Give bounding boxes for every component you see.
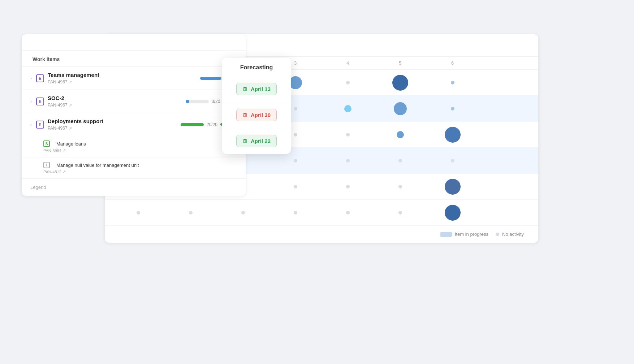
dot-4-7 (451, 159, 454, 162)
dot-4-4 (294, 159, 297, 162)
external-link-icon-loans: ↗ (62, 148, 66, 153)
work-items-label: Work items (22, 51, 246, 66)
col-header-5: 5 (374, 57, 426, 69)
progress-bar-teams (200, 77, 223, 80)
cell-1-5 (322, 81, 374, 84)
dot-6-1 (137, 211, 140, 214)
forecast-item-april-22: 🗓 April 22 (222, 128, 291, 154)
dot-1-6 (392, 75, 408, 91)
cell-5-7 (426, 179, 479, 195)
item-ref-teams: PAN-4967 (48, 79, 67, 84)
forecast-date-label-april-13: April 13 (251, 86, 271, 92)
dot-3-4 (294, 133, 297, 136)
dot-1-7 (451, 81, 454, 84)
item-type-badge-story: S (43, 140, 50, 147)
col-header-empty (479, 57, 531, 69)
progress-fill-soc2 (186, 100, 189, 103)
cell-3-5 (322, 133, 374, 136)
cell-6-6 (374, 211, 426, 214)
dot-6-6 (398, 211, 402, 214)
progress-bar-deployments (181, 123, 204, 126)
forecast-date-btn-april-22[interactable]: 🗓 April 22 (236, 135, 277, 147)
dot-3-5 (346, 133, 350, 136)
item-subtitle-soc2: PAN-4967 ↗ (48, 103, 186, 108)
dot-1-5 (346, 81, 350, 84)
dot-2-5 (344, 105, 351, 112)
cell-6-4 (269, 211, 322, 214)
sub-item-id-loans: PAN-5964 ↗ (43, 148, 237, 153)
work-item-teams-management[interactable]: › E Teams management PAN-4967 ↗ 18/20 (22, 66, 246, 90)
chevron-right-icon: › (30, 76, 32, 81)
legend-dot-no-activity (496, 233, 499, 236)
work-items-panel: Work items › E Teams management PAN-4967… (22, 34, 246, 196)
forecast-date-btn-april-13[interactable]: 🗓 April 13 (236, 83, 277, 95)
progress-fill-teams (200, 77, 221, 80)
work-item-deployments[interactable]: › E Deployments support PAN-4967 ↗ 20/20 (22, 113, 246, 136)
dot-3-6 (397, 131, 404, 138)
cell-5-6 (374, 185, 426, 188)
legend-text: Legend (30, 185, 46, 190)
cell-2-5 (322, 105, 374, 112)
work-item-soc2[interactable]: › E SOC-2 PAN-4967 ↗ 3/20 idle (22, 90, 246, 113)
dot-2-7 (451, 107, 454, 110)
sub-item-id-null: PAN-4812 ↗ (43, 169, 237, 174)
legend-label-no-activity: No activity (502, 231, 524, 237)
cell-6-5 (322, 211, 374, 214)
cell-4-4 (269, 159, 322, 162)
external-link-icon-deploy: ↗ (69, 126, 72, 131)
timeline-legend: Item in progress No activity (105, 226, 538, 243)
item-title-row-deployments: Deployments support (48, 118, 181, 124)
sub-item-title-row-null: i Manage null value for management unit (43, 162, 237, 168)
item-type-badge-epic-2: E (36, 98, 44, 105)
dot-6-5 (346, 211, 350, 214)
external-link-icon-teams: ↗ (69, 80, 72, 84)
legend-item-progress: Item in progress (440, 231, 488, 237)
item-content-deployments: Deployments support PAN-4967 ↗ (48, 118, 181, 131)
dot-5-4 (294, 185, 297, 188)
item-content-soc2: SOC-2 PAN-4967 ↗ (48, 95, 186, 108)
legend-item-no-activity: No activity (496, 231, 524, 237)
cell-6-7 (426, 205, 479, 221)
forecast-item-april-13: 🗓 April 13 (222, 76, 291, 102)
cell-6-1 (112, 211, 164, 214)
sub-item-title-row-loans: S Manage loans (43, 140, 237, 147)
progress-bar-soc2 (186, 100, 209, 103)
item-type-badge-epic-1: E (36, 74, 44, 82)
cell-3-6 (374, 131, 426, 138)
sub-item-ref-loans: PAN-5964 (43, 148, 61, 153)
calendar-icon-2: 🗓 (242, 112, 248, 118)
progress-text-deployments: 20/20 (207, 122, 217, 127)
chevron-right-icon-soc2: › (30, 99, 32, 104)
calendar-icon-1: 🗓 (242, 86, 248, 92)
forecast-date-label-april-30: April 30 (251, 112, 271, 118)
forecast-date-btn-april-30[interactable]: 🗓 April 30 (236, 109, 277, 121)
col-header-6: 6 (426, 57, 479, 69)
main-container: Work items activity timeline 29 1 2 3 4 … (0, 0, 634, 364)
progress-text-soc2: 3/20 (212, 99, 220, 104)
sub-item-title-null: Manage null value for management unit (56, 162, 139, 168)
item-content-teams: Teams management PAN-4967 ↗ (48, 72, 200, 84)
item-title-soc2: SOC-2 (48, 95, 64, 101)
dot-2-6 (394, 102, 407, 115)
dot-6-3 (241, 211, 245, 214)
cell-6-2 (164, 211, 217, 214)
item-title-deployments: Deployments support (48, 118, 103, 124)
cell-4-5 (322, 159, 374, 162)
sub-item-title-loans: Manage loans (56, 141, 86, 147)
cell-3-7 (426, 127, 479, 143)
forecasting-title: Forecasting (222, 58, 291, 76)
legend-rect-progress (440, 232, 452, 237)
col-header-4: 4 (322, 57, 374, 69)
cell-4-7 (426, 159, 479, 162)
dot-4-6 (398, 159, 402, 162)
dot-5-6 (398, 185, 402, 188)
dot-3-7 (445, 127, 461, 143)
external-link-icon-soc2: ↗ (69, 103, 72, 108)
work-items-legend-label: Legend (22, 178, 246, 196)
dot-6-4 (294, 211, 297, 214)
dot-5-7 (445, 179, 461, 195)
item-ref-soc2: PAN-4967 (48, 103, 67, 108)
progress-container-soc2: 3/20 (186, 99, 220, 104)
cell-6-3 (217, 211, 269, 214)
item-type-badge-info: i (43, 162, 50, 168)
